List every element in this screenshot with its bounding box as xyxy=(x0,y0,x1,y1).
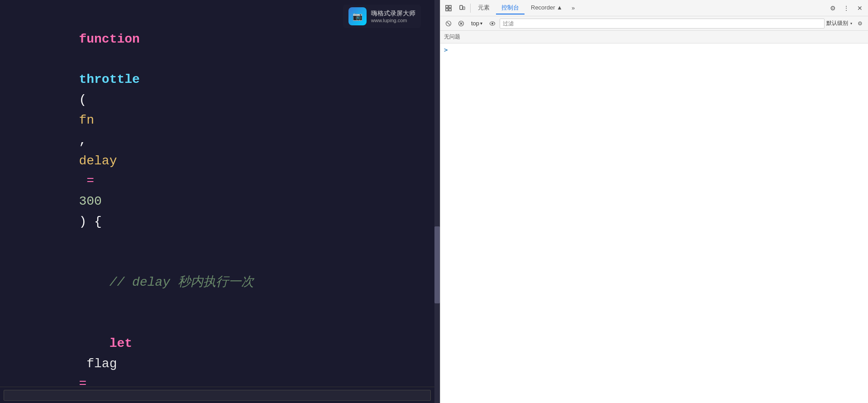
watermark-url: www.luping.com xyxy=(371,18,415,23)
svg-rect-5 xyxy=(463,7,465,10)
eye-filter-btn[interactable] xyxy=(487,18,498,29)
watermark-text: 嗨格式录屏大师 www.luping.com xyxy=(371,10,415,23)
tab-elements[interactable]: 元素 xyxy=(472,2,495,14)
watermark-title: 嗨格式录屏大师 xyxy=(371,10,415,18)
device-toggle-btn[interactable] xyxy=(456,2,468,14)
code-punct: , xyxy=(79,134,94,148)
no-issues-bar: 无问题 xyxy=(440,31,868,43)
toolbar-right-icons: ⚙ ⋮ ✕ xyxy=(826,2,866,14)
console-bar: top ▾ 默认级别 ▾ ⚙ xyxy=(440,16,868,31)
console-prompt: > xyxy=(444,46,864,53)
no-issues-label: 无问题 xyxy=(444,33,460,41)
more-options-btn[interactable]: ⋮ xyxy=(840,2,853,14)
code-punct: ) { xyxy=(79,215,101,229)
prompt-arrow[interactable]: > xyxy=(444,46,448,53)
svg-point-12 xyxy=(491,23,493,24)
watermark-icon: 📷 xyxy=(348,7,367,25)
settings-btn[interactable]: ⚙ xyxy=(826,2,839,14)
close-btn[interactable]: ✕ xyxy=(854,2,866,14)
svg-line-7 xyxy=(447,22,450,25)
console-gear-icon: ⚙ xyxy=(858,20,863,27)
code-line-1: function throttle ( fn , delay = 300 ) { xyxy=(18,9,416,253)
fn-throttle: throttle xyxy=(79,72,139,86)
top-chevron-icon: ▾ xyxy=(480,21,482,26)
bottom-bar xyxy=(0,387,434,403)
stop-btn[interactable] xyxy=(456,18,467,29)
main-container: function throttle ( fn , delay = 300 ) {… xyxy=(0,0,868,403)
top-label: top xyxy=(471,20,479,27)
comment-line: // delay 秒内执行一次 xyxy=(79,275,253,289)
code-panel: function throttle ( fn , delay = 300 ) {… xyxy=(0,0,434,403)
code-line-2: // delay 秒内执行一次 xyxy=(18,253,416,313)
scrollbar-thumb[interactable] xyxy=(434,226,440,303)
devtools-panel: 元素 控制台 Recorder ▲ » ⚙ ⋮ ✕ xyxy=(440,0,868,403)
level-label: 默认级别 xyxy=(826,19,848,27)
param-fn: fn xyxy=(79,113,94,127)
svg-rect-2 xyxy=(446,9,448,11)
tab-recorder[interactable]: Recorder ▲ xyxy=(525,2,568,14)
num-300: 300 xyxy=(79,194,101,208)
left-scrollbar[interactable] xyxy=(434,0,440,403)
bottom-input[interactable] xyxy=(4,390,431,401)
gear-icon: ⚙ xyxy=(830,5,836,12)
camera-icon: 📷 xyxy=(353,11,362,21)
tab-more[interactable]: » xyxy=(569,3,577,13)
console-settings-btn[interactable]: ⚙ xyxy=(854,18,865,29)
svg-rect-1 xyxy=(449,5,451,8)
kw-let: let xyxy=(79,336,132,350)
watermark: 📷 嗨格式录屏大师 www.luping.com xyxy=(343,5,421,28)
var-flag: flag xyxy=(79,357,124,371)
top-dropdown-btn[interactable]: top ▾ xyxy=(468,19,485,28)
code-punct: ( xyxy=(79,93,86,107)
close-icon: ✕ xyxy=(857,5,863,12)
svg-rect-3 xyxy=(449,9,451,11)
svg-rect-0 xyxy=(446,5,448,8)
clear-console-btn[interactable] xyxy=(443,18,454,29)
more-vert-icon: ⋮ xyxy=(843,5,849,12)
code-op: = xyxy=(79,174,101,188)
level-chevron-icon: ▾ xyxy=(850,21,853,26)
keyword-function: function xyxy=(79,32,139,46)
filter-input[interactable] xyxy=(500,19,825,29)
devtools-toolbar: 元素 控制台 Recorder ▲ » ⚙ ⋮ ✕ xyxy=(440,0,868,16)
tab-console[interactable]: 控制台 xyxy=(496,2,525,14)
code-area: function throttle ( fn , delay = 300 ) {… xyxy=(0,0,434,403)
code-text xyxy=(79,53,86,67)
svg-rect-4 xyxy=(460,5,463,10)
console-content[interactable]: > xyxy=(440,43,868,403)
param-delay: delay xyxy=(79,154,117,168)
toolbar-separator-1 xyxy=(470,4,471,13)
inspect-icon-btn[interactable] xyxy=(442,2,455,14)
